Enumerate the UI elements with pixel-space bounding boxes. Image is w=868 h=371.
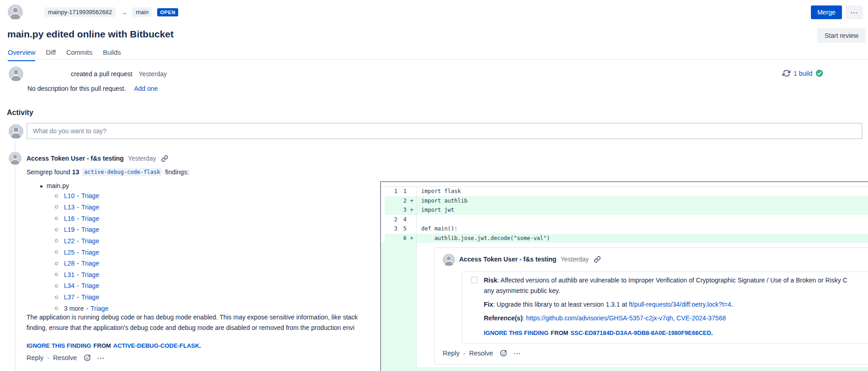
- fix-link[interactable]: ft/pull-requests/34/diff:oetry.lock?t=4: [629, 301, 731, 308]
- finding-item: L10-Triage: [55, 190, 108, 202]
- finding-detail-box: Risk: Affected versions of authlib are v…: [462, 272, 868, 344]
- finding-line-link[interactable]: L37: [64, 293, 74, 301]
- references-colon: :: [523, 314, 526, 322]
- comment-permalink-icon[interactable]: [161, 155, 168, 162]
- header-more-button[interactable]: ···: [846, 5, 863, 19]
- gutter-expander: [381, 187, 385, 196]
- inline-ignore-finding-link[interactable]: IGNORE THIS FINDING: [484, 329, 549, 336]
- findings-count: 13: [72, 168, 79, 176]
- inline-add-reaction-icon[interactable]: [500, 350, 507, 357]
- finding-line-link[interactable]: L34: [64, 282, 74, 289]
- fix-period: .: [731, 301, 733, 308]
- actions-separator: ·: [47, 354, 49, 361]
- inline-permalink-icon[interactable]: [594, 256, 601, 263]
- finding-detail-text: Risk: Affected versions of authlib are v…: [484, 275, 868, 338]
- thread-line: [15, 140, 16, 371]
- comment-time[interactable]: Yesterday: [128, 155, 156, 162]
- inline-comment-actions: Reply · Resolve ···: [443, 350, 521, 357]
- comment-more-button[interactable]: ···: [97, 355, 105, 361]
- old-line-number: 1: [385, 188, 397, 194]
- finding-dash: -: [77, 260, 79, 267]
- inline-resolve-link[interactable]: Resolve: [469, 350, 493, 357]
- finding-triage-link[interactable]: Triage: [81, 237, 99, 245]
- bullet-icon: [40, 185, 42, 188]
- diff-line: 35 def main():: [381, 224, 868, 234]
- finding-line-link[interactable]: L10: [64, 192, 74, 199]
- finding-item: L37-Triage: [55, 292, 108, 303]
- creator-avatar: [9, 67, 23, 81]
- semgrep-suffix: findings:: [165, 168, 189, 176]
- finding-dash: -: [77, 271, 79, 278]
- code-text: import flask: [417, 187, 868, 196]
- add-description-link[interactable]: Add one: [134, 85, 158, 92]
- add-reaction-icon[interactable]: [84, 354, 91, 361]
- finding-triage-link[interactable]: Triage: [81, 204, 99, 211]
- builds-count-link[interactable]: 1 build: [794, 70, 812, 77]
- fix-text: : Upgrade this library to at least versi…: [493, 301, 629, 308]
- rule-name-chip[interactable]: active-debug-code-flask: [82, 168, 162, 176]
- builds-refresh-icon[interactable]: [783, 69, 790, 77]
- finding-dash: -: [77, 192, 79, 199]
- start-review-button[interactable]: Start review: [817, 28, 866, 43]
- comment-author-avatar: [9, 152, 21, 165]
- gutter-expander: [381, 234, 385, 243]
- pr-author-avatar: [8, 5, 23, 20]
- reply-link[interactable]: Reply: [26, 354, 43, 361]
- gutter-expander: [381, 215, 385, 225]
- finding-triage-link[interactable]: Triage: [81, 260, 99, 267]
- ignore-rule-link[interactable]: ACTIVE-DEBUG-CODE-FLASK: [113, 342, 200, 349]
- finding-line-link[interactable]: L16: [64, 215, 74, 222]
- finding-line-link[interactable]: L19: [64, 226, 74, 233]
- finding-triage-link[interactable]: Triage: [81, 226, 99, 233]
- finding-triage-link[interactable]: Triage: [81, 282, 99, 289]
- branch-row: mainpy-1719939562682 → main OPEN: [44, 7, 178, 17]
- finding-checkbox[interactable]: [471, 277, 478, 283]
- new-line-number: 2: [399, 198, 407, 204]
- finding-triage-link[interactable]: Triage: [81, 249, 99, 256]
- target-branch-chip[interactable]: main: [132, 7, 152, 17]
- finding-triage-link[interactable]: Triage: [81, 215, 99, 222]
- ignore-finding-row: IGNORE THIS FINDINGFROMACTIVE-DEBUG-CODE…: [26, 342, 201, 349]
- resolve-link[interactable]: Resolve: [53, 354, 77, 361]
- more-findings-text: 3 more: [64, 305, 84, 312]
- finding-line-link[interactable]: L25: [64, 249, 74, 256]
- risk-label: Risk: [484, 277, 498, 284]
- reference-link-cve[interactable]: CVE-2024-37568: [677, 314, 726, 322]
- finding-triage-link[interactable]: Triage: [81, 271, 99, 278]
- ignore-finding-link[interactable]: IGNORE THIS FINDING: [26, 342, 91, 349]
- inline-ignore-target-link[interactable]: SSC-ED87184D-D3AA-9DB8-8A0E-1980F9E66CED: [571, 329, 711, 336]
- references-line: Reference(s): https://github.com/advisor…: [484, 313, 868, 324]
- source-branch-chip[interactable]: mainpy-1719939562682: [44, 7, 116, 17]
- finding-line-link[interactable]: L28: [64, 260, 74, 267]
- finding-triage-link[interactable]: Triage: [90, 305, 108, 312]
- comment-input[interactable]: [26, 123, 863, 139]
- finding-triage-link[interactable]: Triage: [81, 192, 99, 199]
- finding-line-link[interactable]: L31: [64, 271, 74, 278]
- added-line-gutter: [381, 243, 417, 367]
- references-label: Reference(s): [484, 314, 523, 322]
- status-badge: OPEN: [157, 8, 178, 16]
- ignore-from-text: FROM: [94, 342, 111, 349]
- code-text: def main():: [417, 224, 868, 234]
- gutter-expander: [381, 205, 385, 215]
- diff-line: 11 import flask: [381, 187, 868, 196]
- new-line-number: 3: [399, 207, 407, 213]
- inline-comment-region: Access Token User - f&s testing Yesterda…: [381, 243, 868, 367]
- finding-line-link[interactable]: L13: [64, 204, 74, 211]
- merge-button[interactable]: Merge: [811, 5, 842, 19]
- diff-sign: +: [408, 198, 416, 204]
- finding-triage-link[interactable]: Triage: [81, 293, 99, 301]
- finding-line-link[interactable]: L22: [64, 237, 74, 245]
- references-separator: ,: [673, 314, 677, 322]
- inline-ignore-from-text: FROM: [551, 329, 568, 336]
- created-row: created a pull request Yesterday: [71, 70, 167, 78]
- diff-header-strip: [381, 182, 868, 187]
- new-line-number: 1: [399, 188, 407, 194]
- finding-dash: -: [77, 237, 79, 245]
- reference-link-ghsa[interactable]: https://github.com/advisories/GHSA-5357-…: [526, 314, 673, 322]
- inline-reply-link[interactable]: Reply: [443, 350, 460, 357]
- finding-dash: -: [77, 215, 79, 222]
- finding-item: L31-Triage: [55, 269, 108, 280]
- inline-comment-more-button[interactable]: ···: [513, 350, 521, 357]
- inline-comment-time[interactable]: Yesterday: [561, 256, 589, 263]
